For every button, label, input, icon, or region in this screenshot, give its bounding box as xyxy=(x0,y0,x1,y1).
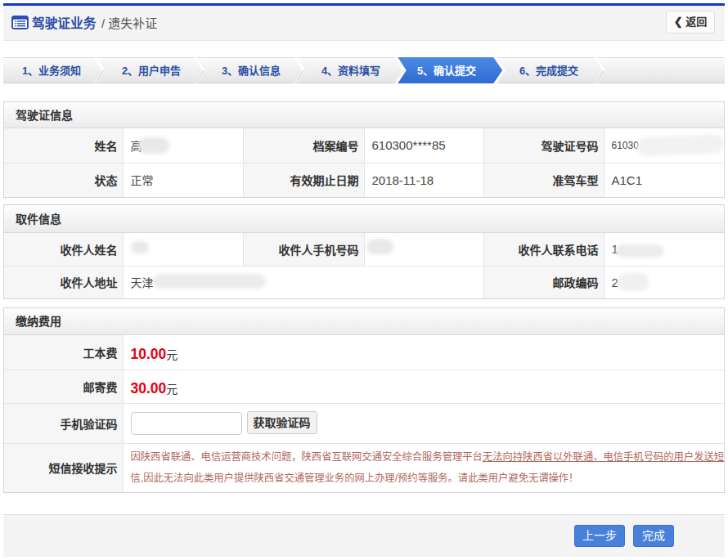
svg-text:6、完成提交: 6、完成提交 xyxy=(519,65,578,77)
svg-text:5、确认提交: 5、确认提交 xyxy=(417,65,476,77)
svg-text:1、业务须知: 1、业务须知 xyxy=(22,65,81,77)
svg-text:3、确认信息: 3、确认信息 xyxy=(222,65,281,77)
svg-text:4、资料填写: 4、资料填写 xyxy=(321,65,380,77)
svg-text:2、用户申告: 2、用户申告 xyxy=(122,65,181,77)
